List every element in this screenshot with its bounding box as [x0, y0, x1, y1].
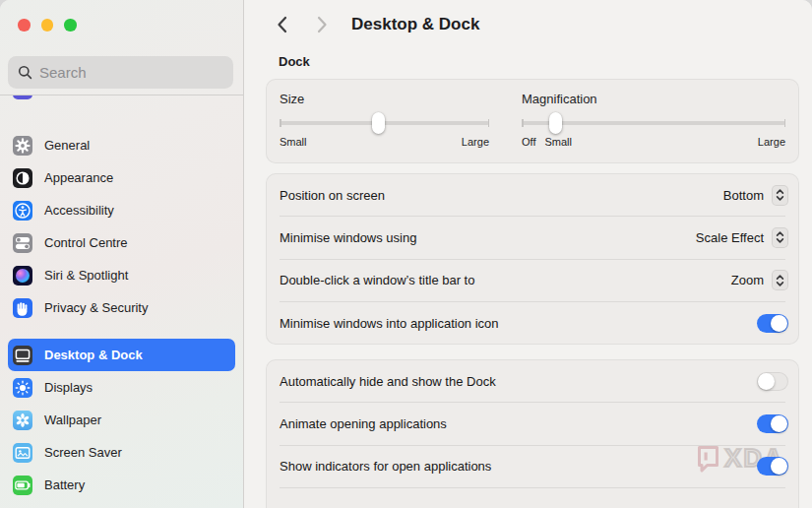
position-on-screen-dropdown[interactable]: Bottom [723, 185, 788, 206]
sidebar-item-label: Screen Time [44, 95, 116, 96]
sidebar-item-siri-spotlight[interactable]: Siri & Spotlight [8, 259, 235, 291]
page-title: Desktop & Dock [351, 15, 479, 34]
section-heading: Dock [279, 54, 799, 69]
up-down-chevrons-icon [772, 270, 788, 290]
sidebar-nav: General Appearance Accessibility Control… [8, 129, 235, 501]
size-min-label: Small [280, 136, 307, 148]
dropdown-value: Scale Effect [696, 230, 764, 245]
privacy-hand-icon [13, 298, 32, 318]
setting-label: Minimise windows into application icon [280, 316, 499, 331]
window-controls [18, 19, 77, 32]
displays-sun-icon [13, 378, 32, 398]
dock-options-card: Position on screen Bottom Minimise windo… [266, 173, 799, 345]
sidebar-item-label: Displays [44, 380, 93, 395]
sidebar-item-displays[interactable]: Displays [8, 371, 235, 404]
sidebar-item-general[interactable]: General [8, 129, 235, 161]
sliders-card: Size Small Large Magnification [266, 79, 799, 163]
chevron-right-icon [317, 16, 328, 33]
dock-size-slider-group: Size Small Large [280, 92, 489, 151]
wallpaper-flower-icon [13, 411, 32, 430]
sidebar-item-label: Accessibility [44, 203, 114, 218]
magnification-min-label: Small [544, 136, 572, 148]
up-down-chevrons-icon [772, 185, 788, 206]
setting-label: Animate opening applications [280, 416, 447, 431]
system-settings-window: Screen Time General [0, 0, 812, 508]
setting-row-show-indicators: Show indicators for open applications [267, 446, 798, 487]
size-slider-thumb[interactable] [372, 112, 385, 134]
toggle-knob [771, 415, 787, 432]
control-centre-icon [13, 233, 32, 253]
auto-hide-dock-toggle[interactable] [757, 372, 788, 391]
sidebar-item-screen-time[interactable]: Screen Time [8, 95, 235, 105]
show-indicators-toggle[interactable] [757, 457, 788, 476]
toggle-knob [758, 373, 775, 390]
sidebar-item-label: Control Centre [44, 235, 128, 250]
magnification-slider-track[interactable] [522, 121, 785, 125]
sidebar-item-label: Privacy & Security [44, 300, 148, 315]
setting-label: Position on screen [280, 188, 385, 203]
sidebar-item-label: Battery [44, 477, 85, 492]
setting-row-auto-hide-dock: Automatically hide and show the Dock [267, 360, 798, 402]
search-icon [18, 65, 32, 80]
accessibility-icon [13, 201, 32, 221]
setting-row-minimise-into-app-icon: Minimise windows into application icon [267, 302, 798, 344]
battery-icon [13, 476, 32, 495]
setting-label: Automatically hide and show the Dock [280, 374, 496, 389]
sidebar-item-screen-saver[interactable]: Screen Saver [8, 436, 235, 469]
appearance-icon [13, 168, 32, 188]
magnification-slider-thumb[interactable] [549, 112, 562, 134]
sidebar-item-privacy-security[interactable]: Privacy & Security [8, 291, 235, 324]
toggle-knob [771, 315, 787, 332]
main-pane: Desktop & Dock Dock Size Small Large Mag [244, 0, 812, 508]
setting-row-double-click-title-bar: Double-click a window’s title bar to Zoo… [267, 260, 798, 301]
dropdown-value: Bottom [723, 188, 764, 203]
sidebar-item-appearance[interactable]: Appearance [8, 161, 235, 194]
sidebar-item-label: Desktop & Dock [44, 348, 143, 362]
siri-icon [13, 266, 32, 286]
double-click-title-bar-dropdown[interactable]: Zoom [731, 270, 788, 290]
search-input[interactable] [39, 64, 223, 81]
sidebar-header-divider [0, 95, 243, 95]
minimise-windows-using-dropdown[interactable]: Scale Effect [696, 227, 788, 248]
close-window-button[interactable] [18, 19, 31, 32]
setting-label: Show indicators for open applications [280, 459, 491, 474]
minimize-window-button[interactable] [41, 19, 54, 32]
magnification-slider-label: Magnification [522, 92, 785, 106]
search-field[interactable] [8, 56, 233, 89]
size-slider-track[interactable] [280, 121, 489, 125]
pane-content: Dock Size Small Large Magnification [244, 54, 812, 508]
sidebar-item-label: General [44, 138, 90, 153]
forward-button[interactable] [317, 16, 328, 33]
dropdown-value: Zoom [731, 273, 764, 287]
sidebar-item-desktop-dock[interactable]: Desktop & Dock [8, 339, 235, 371]
toggle-knob [771, 458, 787, 475]
chevron-left-icon [277, 16, 287, 33]
magnification-slider-group: Magnification Off Small Large [522, 92, 785, 151]
row-divider [280, 487, 785, 488]
screen-saver-icon [13, 443, 32, 463]
back-button[interactable] [277, 16, 287, 33]
size-slider-tick-labels: Small Large [280, 136, 489, 148]
sidebar-group-gap [8, 324, 235, 339]
zoom-window-button[interactable] [64, 19, 77, 32]
sidebar-item-control-centre[interactable]: Control Centre [8, 226, 235, 259]
minimise-into-app-icon-toggle[interactable] [757, 314, 788, 333]
sidebar-item-wallpaper[interactable]: Wallpaper [8, 404, 235, 436]
setting-label: Minimise windows using [280, 230, 416, 245]
setting-row-animate-opening: Animate opening applications [267, 403, 798, 444]
setting-row-minimise-windows-using: Minimise windows using Scale Effect [267, 217, 798, 258]
animate-opening-toggle[interactable] [757, 414, 788, 433]
sidebar-item-battery[interactable]: Battery [8, 469, 235, 501]
desktop-dock-icon [13, 346, 32, 365]
sidebar-scrolled-peek: Screen Time [8, 95, 235, 105]
screen-time-icon [13, 95, 32, 99]
sidebar-item-label: Wallpaper [44, 413, 101, 427]
sidebar-item-accessibility[interactable]: Accessibility [8, 194, 235, 226]
sidebar-item-label: Screen Saver [44, 445, 122, 460]
size-max-label: Large [462, 136, 489, 148]
dock-behavior-card: Automatically hide and show the Dock Ani… [266, 359, 799, 508]
gear-icon [13, 136, 32, 156]
sidebar-item-label: Siri & Spotlight [44, 268, 128, 283]
setting-row-position-on-screen: Position on screen Bottom [267, 174, 798, 216]
setting-label: Double-click a window’s title bar to [280, 273, 474, 287]
